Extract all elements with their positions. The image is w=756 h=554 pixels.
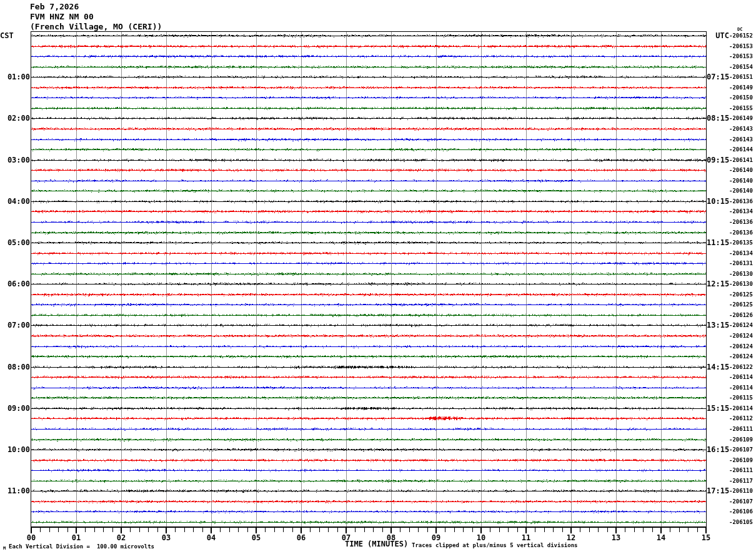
- dc-offset-value: -206105: [729, 519, 753, 525]
- dc-offset-value: -206140: [729, 188, 753, 194]
- x-axis-title: TIME (MINUTES): [345, 540, 408, 548]
- x-tick-label: 12: [560, 533, 582, 542]
- utc-hour-label: 16:15: [707, 445, 729, 454]
- utc-hour-label: 08:15: [707, 114, 729, 123]
- cst-hour-label: 06:00: [0, 280, 30, 288]
- dc-offset-value: -206141: [729, 157, 753, 163]
- dc-offset-value: -206114: [729, 405, 753, 411]
- x-tick-label: 04: [200, 533, 222, 542]
- dc-offset-value: -206124: [729, 343, 753, 350]
- dc-offset-value: -206109: [729, 436, 753, 443]
- header-station-code: FVM HNZ NM 00: [30, 12, 94, 22]
- dc-offset-value: -206131: [729, 260, 753, 266]
- dc-offset-value: -206153: [729, 43, 753, 49]
- dc-offset-value: -206151: [729, 74, 753, 80]
- dc-offset-value: -206106: [729, 508, 753, 515]
- x-tick-label: 10: [470, 533, 492, 542]
- cst-hour-label: 01:00: [0, 73, 30, 81]
- utc-hour-label: 15:15: [707, 404, 729, 413]
- cst-hour-label: 07:00: [0, 321, 30, 330]
- dc-column-label: DC: [737, 27, 742, 32]
- dc-offset-value: -206136: [729, 198, 753, 204]
- dc-offset-value: -206144: [729, 146, 753, 153]
- dc-offset-value: -206115: [729, 395, 753, 401]
- dc-offset-value: -206149: [729, 115, 753, 121]
- corner-watermark: M: [3, 546, 6, 551]
- header-station-location: (French Village, MO (CERI)): [30, 22, 162, 32]
- x-tick-label: 02: [110, 533, 132, 542]
- dc-offset-value: -206114: [729, 385, 753, 391]
- dc-offset-value: -206110: [729, 488, 753, 494]
- dc-offset-value: -206117: [729, 478, 753, 484]
- dc-offset-value: -206150: [729, 94, 753, 101]
- dc-offset-value: -206154: [729, 64, 753, 70]
- utc-axis-label: UTC: [707, 31, 729, 40]
- cst-hour-label: 11:00: [0, 486, 30, 495]
- helicorder-canvas: [0, 0, 756, 554]
- utc-hour-label: 17:15: [707, 486, 729, 495]
- dc-offset-value: -206143: [729, 136, 753, 143]
- dc-offset-value: -206111: [729, 426, 753, 432]
- dc-offset-value: -206149: [729, 84, 753, 91]
- helicorder-page: Feb 7,2026 FVM HNZ NM 00 (French Village…: [0, 0, 756, 554]
- cst-hour-label: 03:00: [0, 156, 30, 164]
- utc-hour-label: 14:15: [707, 363, 729, 371]
- dc-offset-value: -206109: [729, 457, 753, 463]
- dc-offset-value: -206134: [729, 208, 753, 214]
- vertical-division-note: Each Vertical Division = 100.00 microvol…: [9, 543, 154, 550]
- x-tick-label: 05: [245, 533, 267, 542]
- cst-hour-label: 05:00: [0, 238, 30, 247]
- dc-offset-value: -206130: [729, 271, 753, 277]
- cst-hour-label: 09:00: [0, 404, 30, 413]
- dc-offset-value: -206126: [729, 312, 753, 318]
- x-tick-label: 13: [605, 533, 627, 542]
- dc-offset-value: -206140: [729, 167, 753, 173]
- utc-hour-label: 12:15: [707, 280, 729, 288]
- dc-offset-value: -206155: [729, 105, 753, 111]
- dc-offset-value: -206153: [729, 53, 753, 59]
- dc-offset-value: -206111: [729, 467, 753, 473]
- cst-axis-label: CST: [0, 31, 21, 40]
- dc-offset-value: -206134: [729, 250, 753, 256]
- utc-hour-label: 07:15: [707, 73, 729, 81]
- dc-offset-value: -206125: [729, 291, 753, 298]
- x-tick-label: 11: [515, 533, 537, 542]
- utc-hour-label: 10:15: [707, 197, 729, 206]
- dc-offset-value: -206140: [729, 178, 753, 184]
- dc-offset-value: -206107: [729, 446, 753, 453]
- cst-hour-label: 10:00: [0, 445, 30, 454]
- dc-offset-value: -206152: [729, 33, 753, 39]
- dc-offset-value: -206107: [729, 498, 753, 505]
- utc-hour-label: 13:15: [707, 321, 729, 330]
- x-tick-label: 14: [650, 533, 672, 542]
- cst-hour-label: 08:00: [0, 363, 30, 371]
- dc-offset-value: -206136: [729, 229, 753, 236]
- dc-offset-value: -206124: [729, 333, 753, 339]
- x-tick-label: 06: [290, 533, 312, 542]
- utc-hour-label: 11:15: [707, 238, 729, 247]
- cst-hour-label: 02:00: [0, 114, 30, 123]
- x-tick-label: 00: [20, 533, 42, 542]
- cst-hour-label: 04:00: [0, 197, 30, 206]
- dc-offset-value: -206124: [729, 322, 753, 328]
- x-tick-label: 15: [695, 533, 717, 542]
- dc-offset-value: -206112: [729, 415, 753, 421]
- dc-offset-value: -206125: [729, 301, 753, 308]
- clip-note: Traces clipped at plus/minus 5 vertical …: [412, 542, 578, 548]
- dc-offset-value: -206122: [729, 364, 753, 370]
- dc-offset-value: -206143: [729, 126, 753, 132]
- utc-hour-label: 09:15: [707, 156, 729, 164]
- x-tick-label: 01: [65, 533, 87, 542]
- dc-offset-value: -206135: [729, 239, 753, 246]
- dc-offset-value: -206136: [729, 219, 753, 225]
- dc-offset-value: -206124: [729, 353, 753, 360]
- header-date: Feb 7,2026: [30, 2, 79, 12]
- x-tick-label: 09: [425, 533, 447, 542]
- x-tick-label: 03: [155, 533, 177, 542]
- dc-offset-value: -206130: [729, 281, 753, 287]
- dc-offset-value: -206114: [729, 374, 753, 380]
